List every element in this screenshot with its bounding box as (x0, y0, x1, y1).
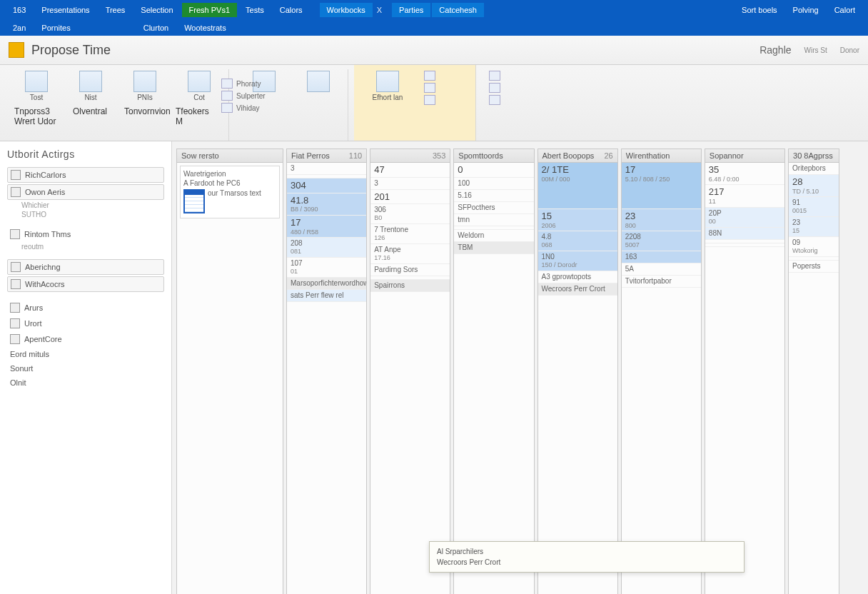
time-slot[interactable]: 163 (622, 251, 701, 263)
time-slot[interactable]: 28TD / 5.10 (789, 175, 839, 197)
ribbon-small-button[interactable]: Vihiday (221, 103, 266, 113)
time-slot[interactable]: 3 (370, 178, 450, 190)
time-slot[interactable]: Pardirng Sors (370, 264, 450, 276)
ribbon-small-button[interactable] (489, 71, 500, 81)
sidebar-footer-item[interactable]: Eord mituls (7, 348, 164, 361)
time-slot[interactable]: 152006 (538, 209, 617, 231)
column-header[interactable]: Wirenthation (622, 149, 701, 163)
column-header[interactable]: Sow rersto (177, 149, 283, 163)
menu-item[interactable]: Pornites (34, 21, 77, 35)
ribbon-small-button[interactable] (424, 71, 435, 81)
column-body: 28TD / 5.10910015231509WtokorigPopersts (789, 175, 839, 594)
column-header[interactable]: 353 (370, 149, 450, 163)
ribbon-button[interactable]: Tost (14, 69, 59, 104)
ribbon-button[interactable]: Cot (177, 69, 221, 104)
sidebar-item[interactable]: RichCarlors (7, 167, 164, 183)
sidebar-item[interactable]: WithAcocrs (7, 276, 164, 292)
time-slot[interactable]: Wecroors Perr Crort (538, 283, 617, 296)
time-slot[interactable]: SFPocthers (454, 202, 533, 214)
time-slot[interactable]: TBM (454, 242, 533, 254)
time-slot[interactable]: Marsoporfichterwordhowlooght (287, 278, 366, 290)
time-slot[interactable]: 47 (370, 163, 450, 178)
menu-item[interactable]: Calort (827, 3, 862, 17)
time-slot[interactable]: A3 gprowtopots (538, 271, 617, 283)
time-slot[interactable]: 21711 (705, 185, 784, 207)
sidebar-meta: reoutm (7, 243, 164, 251)
sidebar-item[interactable]: Rintom Thms (7, 227, 164, 241)
time-slot[interactable]: 2315 (789, 217, 839, 237)
ribbon-small-button[interactable] (424, 95, 435, 105)
column-header[interactable]: Spomttoords (454, 149, 533, 163)
time-slot[interactable]: 3 (287, 163, 366, 175)
menu-tab-workbooks[interactable]: Workbocks (320, 3, 373, 17)
sidebar-footer-item[interactable]: Olnit (7, 376, 164, 389)
ribbon-button[interactable]: PNIs (123, 69, 167, 104)
time-slot[interactable]: 09Wtokorig (789, 237, 839, 257)
time-slot[interactable]: 0 (454, 163, 533, 178)
menu-item[interactable]: Trees (99, 3, 133, 17)
time-slot[interactable]: 1N0150 / Dorodr (538, 251, 617, 271)
menu-item-active[interactable]: Fresh PVs1 (182, 3, 237, 17)
sidebar-footer-item[interactable]: ApentCore (7, 332, 164, 346)
ribbon-small-button[interactable]: Phoraty (221, 79, 266, 89)
time-slot[interactable]: 5A (622, 263, 701, 276)
menu-item[interactable]: Calors (273, 3, 310, 17)
time-slot[interactable]: 304 (287, 178, 366, 193)
menu-item[interactable]: 2an (6, 21, 33, 35)
column-header[interactable]: Fiat Perros110 (287, 149, 366, 163)
ribbon-small-button[interactable]: Sulperter (221, 91, 266, 101)
menu-item[interactable]: Polving (786, 3, 826, 17)
time-slot[interactable]: 88N (705, 228, 784, 240)
time-slot[interactable]: 10701 (287, 258, 366, 278)
time-slot[interactable]: 20P00 (705, 208, 784, 228)
ribbon-small-button[interactable] (489, 83, 500, 93)
time-slot[interactable]: 175.10 / 808 / 250 (622, 163, 701, 209)
time-slot[interactable]: 208081 (287, 238, 366, 258)
time-card[interactable]: WaretrigerionA Fardoot he PC6our Tmarsos… (180, 166, 280, 218)
menu-item[interactable]: Parties (392, 3, 430, 17)
ribbon-button[interactable]: Nist (69, 69, 113, 104)
time-slot[interactable]: 100 (454, 178, 533, 190)
sidebar-footer-item[interactable]: Arurs (7, 301, 164, 315)
menu-item[interactable]: Tests (238, 3, 271, 17)
time-slot[interactable]: 356.48 / 0:00 (705, 163, 784, 185)
menu-item[interactable]: Presentations (34, 3, 96, 17)
time-slot[interactable]: AT Anpe17.16 (370, 244, 450, 264)
time-slot[interactable]: 17480 / R58 (287, 216, 366, 238)
time-slot[interactable]: 306B0 (370, 204, 450, 224)
close-tab-icon[interactable]: X (377, 6, 382, 14)
menu-item[interactable]: Wootestrats (177, 21, 233, 35)
ribbon-button[interactable]: Efhort lan (361, 69, 414, 105)
time-slot[interactable]: 22085007 (622, 231, 701, 251)
time-slot[interactable]: 7 Trentone126 (370, 224, 450, 244)
time-slot[interactable]: 23800 (622, 209, 701, 231)
column-header[interactable]: 30 8Agprss (789, 149, 839, 163)
time-slot[interactable]: Popersts (789, 261, 839, 273)
time-slot[interactable]: Weldorn (454, 230, 533, 242)
ribbon-button[interactable] (296, 69, 340, 94)
menu-item[interactable]: Selection (133, 3, 180, 17)
sidebar-footer-item[interactable]: Urort (7, 316, 164, 331)
ribbon-small-button[interactable] (424, 83, 435, 93)
time-slot[interactable]: 910015 (789, 197, 839, 217)
time-slot[interactable] (705, 243, 784, 247)
sidebar-footer-item[interactable]: Sonurt (7, 362, 164, 375)
time-slot[interactable]: 41.8B8 / 3090 (287, 193, 366, 216)
menu-item[interactable]: Catcehesh (432, 3, 484, 17)
time-slot[interactable]: 4.8068 (538, 231, 617, 251)
time-slot[interactable]: 5.16 (454, 190, 533, 202)
title-right-sub: Wirs St (804, 46, 827, 54)
time-slot[interactable]: sats Perr flew rel (287, 290, 366, 302)
menu-item[interactable]: Sort boels (735, 3, 784, 17)
sidebar-item[interactable]: Owon Aeris (7, 184, 164, 200)
column-header[interactable]: Abert Boopops26 (538, 149, 617, 163)
menu-item[interactable]: Clurton (136, 21, 176, 35)
column-header[interactable]: Sopannor (705, 149, 784, 163)
time-slot[interactable]: Tvitorfortpabor (622, 276, 701, 288)
sidebar-item[interactable]: Aberichng (7, 259, 164, 275)
time-slot[interactable]: 2/ 1TE00M / 000 (538, 163, 617, 209)
ribbon-small-button[interactable] (489, 95, 500, 105)
time-slot[interactable]: tmn (454, 214, 533, 226)
time-slot[interactable]: 201 (370, 190, 450, 205)
time-slot[interactable]: Spairrons (370, 280, 450, 292)
